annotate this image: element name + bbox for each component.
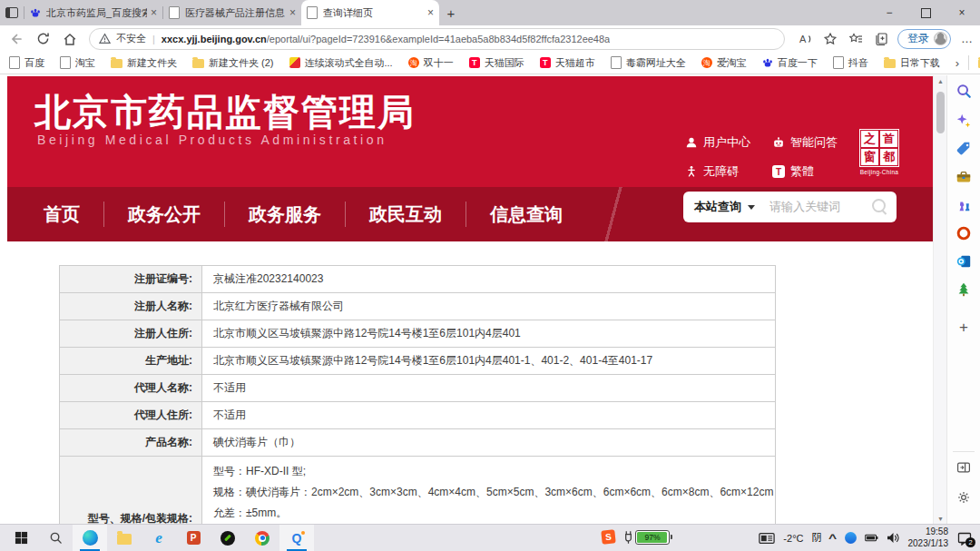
bookmark-baidu[interactable]: 百度 [9, 56, 44, 70]
tab-close-icon[interactable]: × [151, 6, 157, 19]
bookmark-double11[interactable]: 淘双十一 [408, 56, 454, 70]
action-center-button[interactable]: 2 [956, 531, 973, 546]
tray-expand-button[interactable]: ^ [828, 532, 837, 545]
row-label: 产品名称: [60, 429, 202, 456]
table-row: 代理人住所: 不适用 [60, 402, 775, 429]
accessibility-link[interactable]: 无障碍 [685, 163, 772, 180]
address-bar[interactable]: 不安全 | xxcx.yjj.beijing.gov.cn/eportal/ui… [89, 28, 785, 50]
sidebar-office-button[interactable] [947, 225, 980, 241]
tray-app-icon[interactable] [845, 532, 857, 544]
bookmark-tmall-market[interactable]: T天猫超市 [540, 56, 595, 70]
taskbar-notes-app-button[interactable] [211, 525, 245, 551]
sidebar-collapse-button[interactable] [947, 460, 980, 475]
bookmark-folder-1[interactable]: 新建文件夹 [111, 56, 177, 70]
taskbar-clock[interactable]: 19:58 2023/1/13 [908, 526, 949, 549]
new-tab-button[interactable]: + [439, 0, 463, 25]
sidebar-shopping-button[interactable] [947, 141, 980, 157]
tab-baidu-search[interactable]: 北京市药监局_百度搜索 × [24, 0, 162, 25]
site-search-box[interactable]: 本站查询 请输入关键词 [683, 192, 897, 222]
taskbar-ie-button[interactable]: e [142, 525, 176, 551]
read-aloud-button[interactable]: A [793, 27, 817, 51]
bookmark-douyin[interactable]: 抖音 [833, 56, 868, 70]
speaker-icon[interactable] [887, 532, 900, 544]
collections-button[interactable] [869, 27, 893, 51]
page-icon [611, 56, 622, 69]
logo-grid: 之首 窗都 [859, 129, 899, 167]
svg-text:A: A [799, 34, 807, 44]
scrollbar-thumb[interactable] [936, 92, 945, 133]
minimize-button[interactable]: − [871, 0, 907, 25]
battery-gauge: 97% [635, 530, 670, 545]
site-header: 北京市药品监督管理局 Beijing Medical Products Admi… [7, 76, 933, 187]
search-icon[interactable] [872, 199, 886, 212]
nav-gov-service[interactable]: 政务服务 [224, 202, 345, 227]
capital-window-logo[interactable]: 之首 窗都 Beijing-China [858, 129, 901, 175]
taskbar-explorer-button[interactable] [107, 525, 142, 551]
nav-gov-open[interactable]: 政务公开 [103, 202, 224, 227]
row-value: 北京市顺义区马坡镇聚源中路12号院14号楼1至6层101内4层401 [202, 320, 775, 347]
taskbar-search-button[interactable] [38, 525, 73, 551]
taskbar-powerpoint-button[interactable]: P [176, 525, 211, 551]
sidebar-tools-button[interactable] [947, 169, 980, 185]
scroll-down-icon[interactable]: ▼ [934, 516, 947, 522]
tab-device-registration[interactable]: 医疗器械产品注册信息 × [163, 0, 301, 25]
news-widget-icon[interactable] [759, 532, 775, 545]
sidebar-discover-button[interactable] [947, 113, 980, 129]
restore-button[interactable] [907, 0, 944, 25]
page-icon [9, 56, 20, 69]
search-scope-dropdown[interactable]: 本站查询 [694, 199, 741, 215]
weather-temperature[interactable]: -2°C [783, 533, 803, 544]
panel-icon [956, 460, 971, 475]
bookmark-duba[interactable]: 毒霸网址大全 [611, 56, 686, 70]
bookmark-folder-2[interactable]: 新建文件夹 (2) [192, 56, 274, 70]
settings-more-button[interactable]: … [956, 27, 979, 51]
tray-battery-icon[interactable] [865, 533, 878, 543]
add-favorite-button[interactable] [818, 27, 842, 51]
bookmarks-bar: 百度 淘宝 新建文件夹 新建文件夹 (2) 连续滚动式全自动... 淘双十一 T… [0, 52, 980, 74]
home-icon [63, 32, 77, 46]
weather-condition[interactable]: 阴 [811, 531, 821, 545]
bookmarks-divider [968, 55, 969, 70]
tree-icon [956, 281, 972, 298]
taskbar-edge-button[interactable] [73, 525, 107, 551]
bookmarks-overflow-button[interactable]: › [956, 56, 959, 70]
bookmark-daily-download[interactable]: 日常下载 [884, 56, 940, 70]
sidebar-search-button[interactable] [947, 83, 980, 99]
sidebar-settings-button[interactable] [947, 490, 980, 505]
search-icon [956, 83, 972, 99]
table-row: 注册证编号: 京械注准20232140023 [60, 266, 775, 293]
tab-close-icon[interactable]: × [289, 6, 296, 19]
home-button[interactable] [58, 27, 82, 51]
user-center-link[interactable]: 用户中心 [685, 134, 772, 151]
address-separator: | [152, 34, 155, 44]
taskbar-qq-browser-button[interactable]: Q [279, 525, 314, 551]
bookmark-autoscroll[interactable]: 连续滚动式全自动... [289, 56, 393, 70]
sidebar-outlook-button[interactable] [947, 253, 980, 270]
tab-query-detail-active[interactable]: 查询详细页 × [301, 0, 439, 25]
refresh-button[interactable] [31, 27, 54, 51]
scroll-up-icon[interactable]: ▲ [934, 78, 947, 84]
tab-close-icon[interactable]: × [427, 6, 434, 19]
nav-home[interactable]: 首页 [20, 202, 103, 227]
bookmark-aitaobao[interactable]: 淘爱淘宝 [701, 56, 747, 70]
nav-interaction[interactable]: 政民互动 [345, 202, 466, 227]
login-button[interactable]: 登录 [897, 29, 951, 49]
sidebar-add-button[interactable]: + [947, 319, 980, 337]
battery-indicator[interactable]: 97% [624, 530, 670, 545]
sogou-input-icon[interactable]: S [601, 529, 615, 544]
bookmark-baidu-yixia[interactable]: 百度一下 [762, 56, 818, 70]
nav-info-query[interactable]: 信息查询 [466, 202, 586, 227]
page-scrollbar[interactable]: ▲ ▼ [933, 75, 947, 525]
tab-actions-menu[interactable] [0, 0, 24, 25]
bookmark-tmall-global[interactable]: T天猫国际 [469, 56, 524, 70]
close-button[interactable]: × [944, 0, 980, 25]
sidebar-tree-button[interactable] [947, 281, 980, 298]
taskbar-chrome-button[interactable] [245, 525, 279, 551]
baidu-favicon-icon [30, 7, 41, 18]
favorites-hub-button[interactable] [844, 27, 867, 51]
sidebar-games-button[interactable] [947, 197, 980, 213]
start-button[interactable] [4, 525, 38, 551]
back-button[interactable] [4, 27, 27, 51]
bookmark-taobao[interactable]: 淘宝 [60, 56, 95, 70]
search-input[interactable]: 请输入关键词 [769, 199, 840, 215]
